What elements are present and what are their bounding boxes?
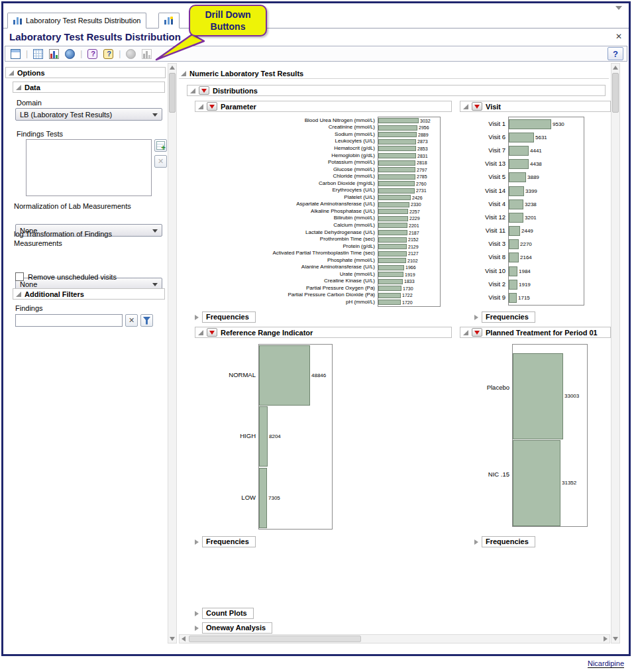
chart-bar[interactable] [378,230,407,235]
status-link[interactable]: Nicardipine [588,659,624,668]
distributions-header[interactable]: Distributions [187,85,606,96]
chart-bar[interactable] [378,125,417,131]
numeric-results-header[interactable]: Numeric Laboratory Test Results [179,68,609,79]
data-table-icon[interactable] [31,47,45,60]
chart-bar[interactable] [378,265,404,270]
chart-bar[interactable] [378,286,401,291]
report-scrollbar[interactable] [611,63,620,644]
chart-bar[interactable] [509,159,529,169]
window-menu-chevron-icon[interactable] [615,6,622,10]
chart-bar[interactable] [509,186,524,196]
chart-bar[interactable] [259,345,310,406]
chart-bar[interactable] [378,251,407,256]
chart-bar[interactable] [378,181,415,186]
scroll-down-icon[interactable] [170,637,175,641]
options-header[interactable]: Options [5,67,166,78]
collapse-triangle-icon [198,104,203,109]
horizontal-scrollbar[interactable] [179,634,610,644]
red-triangle-menu-button[interactable] [207,102,217,111]
open-report-icon[interactable] [9,47,23,60]
bar-chart-report-icon[interactable] [47,47,61,60]
visit-frequencies-toggle[interactable]: Frequencies [474,311,535,323]
chart-bar[interactable] [378,167,415,172]
chart-bar[interactable] [509,199,523,209]
count-plots-toggle[interactable]: Count Plots [195,608,254,619]
chart-bar[interactable] [509,280,517,290]
additional-filters-header[interactable]: Additional Filters [13,288,165,300]
chart-bar[interactable] [378,160,415,166]
chart-bar[interactable] [378,202,409,207]
chart-bar[interactable] [259,468,267,528]
chart-bar[interactable] [513,440,560,526]
apply-filter-button[interactable] [140,314,153,327]
remove-unscheduled-checkbox[interactable] [15,272,24,281]
chart-bar[interactable] [378,279,403,284]
chart-bar[interactable] [509,266,517,276]
chart-bar[interactable] [378,244,407,249]
review-notes-icon[interactable] [101,47,115,60]
red-triangle-menu-button[interactable] [472,102,482,111]
chart-row: 5631 [509,131,584,144]
chart-row: 2164 [509,251,584,264]
tab-secondary-report[interactable] [158,13,180,28]
chart-bar[interactable] [509,172,526,182]
chart-bar[interactable] [509,146,529,156]
findings-tests-listbox[interactable] [26,139,152,196]
parameter-header[interactable]: Parameter [195,101,452,112]
chart-bar[interactable] [509,252,519,262]
chart-bar[interactable] [378,195,411,200]
scroll-up-icon[interactable] [613,66,618,70]
chart-bar[interactable] [378,146,416,151]
chart-bar[interactable] [378,132,417,137]
web-report-icon[interactable] [63,47,77,60]
chart-bar[interactable] [378,118,419,123]
tab-laboratory-test-results[interactable]: Laboratory Test Results Distribution [7,13,146,28]
chart-bar[interactable] [378,237,407,243]
chart-bar[interactable] [513,353,563,439]
scroll-left-icon[interactable] [182,636,186,642]
chart-bar[interactable] [378,174,415,180]
scroll-down-icon[interactable] [613,637,618,641]
parameter-frequencies-toggle[interactable]: Frequencies [195,311,256,323]
treatment-frequencies-toggle[interactable]: Frequencies [474,536,535,547]
refrange-frequencies-toggle[interactable]: Frequencies [195,536,256,547]
chart-bar[interactable] [378,153,416,158]
scrollbar-thumb[interactable] [612,73,619,113]
help-button[interactable]: ? [608,47,623,60]
chart-bar[interactable] [509,226,520,236]
visit-header[interactable]: Visit [460,101,611,112]
chart-bar[interactable] [509,133,534,142]
add-tests-button[interactable] [154,139,167,152]
chart-bar[interactable] [378,300,401,305]
scroll-right-icon[interactable] [604,636,608,642]
chart-bar[interactable] [378,272,403,277]
chart-bar[interactable] [378,188,415,194]
options-scrollbar[interactable] [168,63,177,644]
clear-filter-button[interactable]: ✕ [125,314,138,327]
chart-bar[interactable] [259,406,268,467]
reference-range-header[interactable]: Reference Range Indicator [195,327,452,338]
chart-bar[interactable] [509,119,551,129]
data-section-header[interactable]: Data [13,82,165,93]
chart-bar[interactable] [378,293,401,298]
scrollbar-thumb[interactable] [169,73,176,113]
close-icon[interactable]: ✕ [615,32,622,40]
findings-filter-input[interactable] [15,314,123,327]
domain-select[interactable]: LB (Laboratory Test Results) [15,108,162,121]
notes-icon[interactable] [85,47,99,60]
chart-bar[interactable] [378,258,406,263]
scroll-up-icon[interactable] [170,66,175,70]
red-triangle-menu-button[interactable] [207,328,217,337]
chart-bar[interactable] [378,209,408,214]
chart-bar[interactable] [378,139,416,144]
chart-bar[interactable] [509,239,519,249]
chart-bar[interactable] [378,216,408,221]
chart-bar[interactable] [509,293,517,303]
oneway-analysis-toggle[interactable]: Oneway Analysis [195,622,272,634]
chart-bar[interactable] [378,223,407,228]
red-triangle-menu-button[interactable] [472,328,482,337]
red-triangle-menu-button[interactable] [199,86,209,95]
planned-treatment-header[interactable]: Planned Treatment for Period 01 [460,327,611,338]
scrollbar-thumb[interactable] [189,636,361,642]
chart-bar[interactable] [509,213,523,223]
